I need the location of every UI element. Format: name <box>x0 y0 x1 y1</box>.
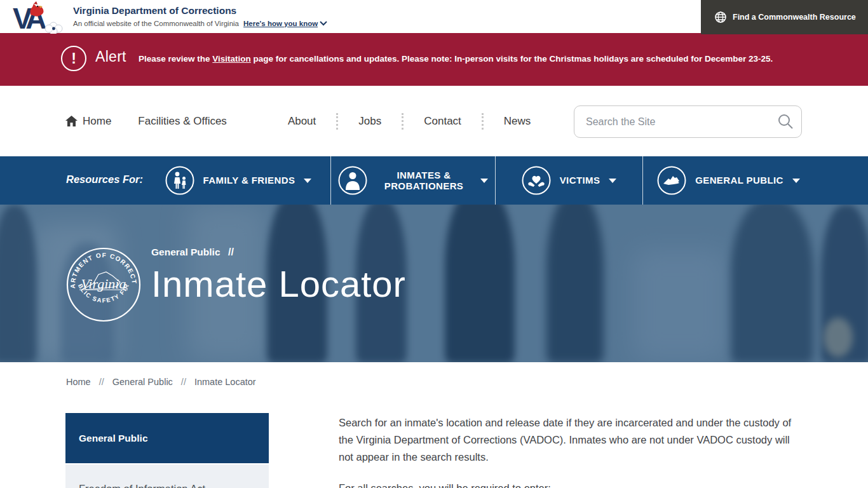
sidebar-item-foia[interactable]: Freedom of Information Act <box>65 464 269 488</box>
alert-message: Please review the Visitation page for ca… <box>139 54 773 64</box>
resources-victims[interactable]: VICTIMS <box>495 156 642 205</box>
hero-category-link[interactable]: General Public <box>151 247 220 258</box>
nav-item-jobs[interactable]: Jobs <box>358 115 381 128</box>
resources-for-label: Resources For: <box>66 173 143 186</box>
virginia-state-icon <box>657 166 686 195</box>
breadcrumb-home[interactable]: Home <box>66 377 91 387</box>
nav-item-news[interactable]: News <box>504 115 531 128</box>
main-text-column: Search for an inmate's location and rele… <box>339 414 804 488</box>
chevron-down-icon <box>320 21 327 26</box>
site-title: Virginia Department of Corrections <box>73 5 327 17</box>
family-icon <box>165 166 194 195</box>
nav-item-about[interactable]: About <box>288 115 316 128</box>
doc-seal-icon: DEPARTMENT OF CORRECTIONS PUBLIC SAFETY … <box>65 247 142 323</box>
official-website-text: An official website of the Commonwealth … <box>73 20 239 27</box>
resources-victims-label: VICTIMS <box>560 175 600 186</box>
top-header: VA Virginia Department of Corrections An… <box>0 0 868 33</box>
resources-inmates-probationers-label: INMATES & PROBATIONERS <box>376 170 471 192</box>
nav-item-home[interactable]: Home <box>65 115 111 128</box>
home-icon <box>65 116 78 126</box>
alert-message-before: Please review the <box>139 54 212 64</box>
main-nav: Home Facilities & Offices About Jobs Con… <box>0 86 868 156</box>
dogwood-flower-icon <box>45 22 62 34</box>
search-button[interactable] <box>776 113 794 131</box>
hero-category-separator: // <box>228 247 234 257</box>
intro-paragraph: Search for an inmate's location and rele… <box>339 414 804 466</box>
resources-inmates-probationers[interactable]: INMATES & PROBATIONERS <box>330 156 495 205</box>
alert-exclamation-icon: ! <box>61 46 86 71</box>
person-icon <box>338 166 367 195</box>
hands-heart-icon <box>522 166 551 195</box>
search-icon <box>777 113 794 130</box>
alert-label: Alert <box>95 48 126 65</box>
resources-family-friends-label: FAMILY & FRIENDS <box>203 175 295 186</box>
breadcrumb-current-page: Inmate Locator <box>194 377 256 387</box>
search-input[interactable] <box>574 105 802 138</box>
breadcrumb: Home // General Public // Inmate Locator <box>66 377 256 387</box>
resources-general-public[interactable]: GENERAL PUBLIC <box>642 156 814 205</box>
resources-family-friends[interactable]: FAMILY & FRIENDS <box>146 156 330 205</box>
chevron-down-icon <box>609 179 616 183</box>
va-logo-icon: VA <box>11 1 67 34</box>
nav-item-facilities-offices[interactable]: Facilities & Offices <box>138 115 227 128</box>
nav-item-contact[interactable]: Contact <box>424 115 461 128</box>
page-content: Home // General Public // Inmate Locator… <box>0 362 868 488</box>
chevron-down-icon <box>792 179 800 183</box>
seal-center-text: Virginia <box>81 276 126 292</box>
globe-icon <box>714 11 727 24</box>
how-you-know-link[interactable]: Here's how you know <box>243 20 327 27</box>
sidebar-nav: General Public Freedom of Information Ac… <box>65 413 269 488</box>
page-title: Inmate Locator <box>151 266 406 302</box>
sidebar-item-general-public[interactable]: General Public <box>65 413 269 463</box>
breadcrumb-separator: // <box>181 377 186 387</box>
nav-separator <box>402 113 403 130</box>
resources-bar: Resources For: FAMILY & FRIENDS INMATES … <box>0 156 868 205</box>
nav-separator <box>482 113 484 130</box>
alert-message-after: page for cancellations and updates. Plea… <box>251 54 773 64</box>
nav-separator <box>336 113 338 130</box>
chevron-down-icon <box>304 179 311 183</box>
resource-button-label: Find a Commonwealth Resource <box>733 13 856 22</box>
site-title-block: Virginia Department of Corrections An of… <box>73 5 327 27</box>
breadcrumb-general-public[interactable]: General Public <box>112 377 173 387</box>
breadcrumb-separator: // <box>99 377 104 387</box>
requirements-intro: For all searches, you will be required t… <box>339 480 804 488</box>
hero-banner: DEPARTMENT OF CORRECTIONS PUBLIC SAFETY … <box>0 205 868 362</box>
site-search <box>574 105 802 138</box>
vadoc-logo[interactable]: VA <box>11 1 67 36</box>
alert-banner: ! Alert Please review the Visitation pag… <box>0 33 868 86</box>
chevron-down-icon <box>480 179 488 183</box>
resources-general-public-label: GENERAL PUBLIC <box>695 175 783 186</box>
find-commonwealth-resource-button[interactable]: Find a Commonwealth Resource <box>701 0 868 34</box>
visitation-link[interactable]: Visitation <box>212 54 251 64</box>
